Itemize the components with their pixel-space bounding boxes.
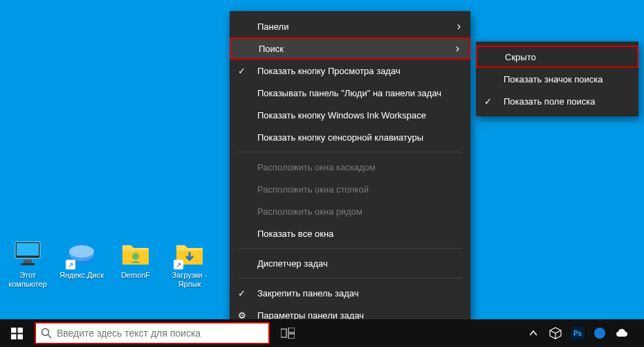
menu-item-label: Показать кнопку Windows Ink Workspace bbox=[257, 110, 426, 121]
svg-rect-16 bbox=[288, 334, 295, 339]
menu-item-ink-workspace[interactable]: Показать кнопку Windows Ink Workspace bbox=[230, 104, 470, 126]
search-icon bbox=[36, 328, 57, 339]
desktop-icons: Этоткомпьютер ↗ Яндекс.Диск DemonF ↗ Заг… bbox=[7, 239, 210, 289]
search-submenu: Скрыто Показать значок поиска ✓ Показать… bbox=[476, 42, 638, 116]
menu-item-label: Показывать панель "Люди" на панели задач bbox=[257, 88, 441, 98]
taskbar-pinned-items bbox=[273, 319, 303, 347]
menu-item-label: Скрыто bbox=[505, 52, 536, 62]
submenu-item-show-search-icon[interactable]: Показать значок поиска bbox=[476, 68, 638, 90]
chevron-right-icon: › bbox=[456, 42, 459, 55]
svg-rect-9 bbox=[17, 328, 23, 333]
svg-point-7 bbox=[132, 253, 139, 260]
menu-item-label: Расположить окна рядом bbox=[257, 206, 362, 217]
taskbar-item-task-view[interactable] bbox=[273, 319, 303, 347]
desktop-icon-this-pc[interactable]: Этоткомпьютер bbox=[7, 239, 48, 289]
menu-item-label: Показать все окна bbox=[257, 229, 333, 239]
menu-item-label: Показать поле поиска bbox=[504, 96, 596, 107]
desktop-icon-label: DemonF bbox=[121, 271, 150, 280]
svg-point-12 bbox=[42, 329, 49, 336]
chevron-right-icon: › bbox=[457, 20, 461, 33]
svg-rect-2 bbox=[24, 260, 32, 263]
menu-separator bbox=[238, 278, 462, 278]
menu-item-toolbars[interactable]: Панели › bbox=[230, 15, 470, 37]
svg-rect-15 bbox=[288, 328, 295, 332]
svg-rect-1 bbox=[17, 243, 39, 256]
menu-item-stack-windows: Расположить окна стопкой bbox=[230, 178, 470, 200]
check-icon: ✓ bbox=[238, 288, 246, 299]
svg-rect-10 bbox=[11, 334, 17, 339]
shortcut-arrow-icon: ↗ bbox=[174, 260, 183, 269]
svg-rect-14 bbox=[281, 329, 286, 337]
menu-item-side-by-side: Расположить окна рядом bbox=[230, 200, 470, 222]
svg-point-19 bbox=[594, 328, 605, 339]
menu-item-label: Панели bbox=[257, 21, 288, 32]
tray-cube-icon[interactable] bbox=[544, 319, 567, 347]
svg-point-6 bbox=[69, 245, 94, 258]
svg-rect-3 bbox=[21, 263, 35, 265]
yandex-disk-icon: ↗ bbox=[67, 239, 96, 268]
svg-rect-8 bbox=[11, 328, 17, 333]
menu-item-show-all-windows[interactable]: Показать все окна bbox=[230, 222, 470, 244]
desktop-icon-label: Этоткомпьютер bbox=[8, 271, 46, 289]
tray-photoshop-icon[interactable]: Ps bbox=[567, 319, 589, 347]
svg-rect-11 bbox=[17, 334, 23, 339]
menu-item-lock-taskbar[interactable]: ✓ Закрепить панель задач bbox=[230, 282, 470, 304]
taskbar: Ps bbox=[0, 319, 644, 347]
menu-item-task-view-button[interactable]: ✓ Показать кнопку Просмотра задач bbox=[230, 60, 470, 82]
menu-item-label: Показать значок поиска bbox=[504, 74, 603, 84]
submenu-item-show-search-box[interactable]: ✓ Показать поле поиска bbox=[476, 90, 638, 112]
menu-item-task-manager[interactable]: Диспетчер задач bbox=[230, 252, 470, 274]
taskbar-tray: Ps bbox=[522, 319, 644, 347]
menu-item-label: Закрепить панель задач bbox=[257, 288, 359, 299]
windows-logo-icon bbox=[11, 328, 23, 339]
desktop-icon-label: Загрузки -Ярлык bbox=[172, 271, 208, 289]
menu-item-label: Диспетчер задач bbox=[257, 258, 328, 269]
search-input[interactable] bbox=[57, 323, 268, 343]
tray-up-icon[interactable] bbox=[522, 319, 544, 347]
desktop-icon-yandex-disk[interactable]: ↗ Яндекс.Диск bbox=[61, 239, 102, 289]
folder-user-icon bbox=[121, 239, 150, 268]
menu-separator bbox=[238, 152, 462, 152]
taskbar-context-menu: Панели › Поиск › ✓ Показать кнопку Просм… bbox=[230, 11, 470, 330]
submenu-item-hidden[interactable]: Скрыто bbox=[476, 46, 638, 68]
menu-item-search[interactable]: Поиск › bbox=[230, 37, 470, 60]
check-icon: ✓ bbox=[238, 66, 246, 76]
taskbar-search-box[interactable] bbox=[35, 322, 270, 344]
check-icon: ✓ bbox=[484, 96, 492, 107]
svg-line-13 bbox=[48, 335, 52, 339]
svg-text:Ps: Ps bbox=[573, 330, 582, 337]
menu-item-label: Расположить окна стопкой bbox=[257, 184, 369, 195]
menu-item-label: Поиск bbox=[259, 44, 284, 54]
menu-item-touch-keyboard[interactable]: Показать кнопку сенсорной клавиатуры bbox=[230, 126, 470, 148]
menu-item-label: Показать кнопку Просмотра задач bbox=[257, 66, 401, 76]
tray-cloud-icon[interactable] bbox=[611, 319, 633, 347]
folder-download-icon: ↗ bbox=[175, 239, 204, 268]
task-view-icon bbox=[281, 328, 295, 339]
menu-item-cascade-windows: Расположить окна каскадом bbox=[230, 156, 470, 178]
monitor-icon bbox=[13, 239, 42, 268]
menu-item-label: Расположить окна каскадом bbox=[257, 162, 376, 172]
menu-separator bbox=[238, 248, 462, 249]
desktop-icon-demonf[interactable]: DemonF bbox=[115, 239, 156, 289]
desktop-icon-downloads[interactable]: ↗ Загрузки -Ярлык bbox=[169, 239, 210, 289]
menu-item-people-panel[interactable]: Показывать панель "Люди" на панели задач bbox=[230, 82, 470, 104]
menu-item-label: Показать кнопку сенсорной клавиатуры bbox=[257, 132, 423, 143]
shortcut-arrow-icon: ↗ bbox=[66, 260, 75, 269]
tray-app-icon[interactable] bbox=[589, 319, 611, 347]
tray-more-icon[interactable] bbox=[633, 319, 644, 347]
start-button[interactable] bbox=[0, 319, 33, 347]
desktop-icon-label: Яндекс.Диск bbox=[59, 271, 104, 280]
